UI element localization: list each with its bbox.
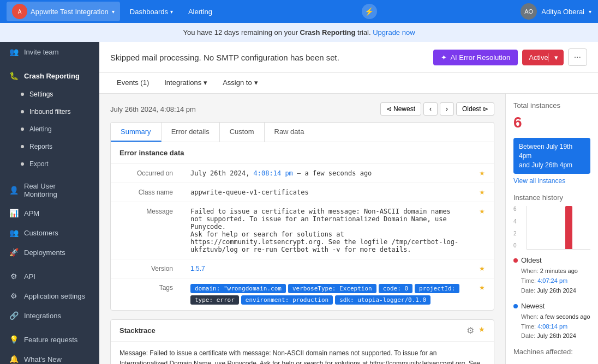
table-row: Class name appwrite-queue-v1-certificate… [111, 183, 494, 202]
instance-chart: 6 4 2 0 [513, 206, 590, 250]
instance-range-button[interactable]: Between July 19th 4pmand July 26th 4pm [513, 138, 590, 174]
tab-raw-data[interactable]: Raw data [265, 123, 314, 142]
total-count: 6 [513, 114, 590, 131]
total-instances-label: Total instances [513, 101, 590, 110]
chart-label-6: 6 [513, 206, 517, 212]
sidebar-item-rum[interactable]: 👤 Real User Monitoring [0, 177, 99, 203]
prev-button[interactable]: ‹ [423, 102, 438, 116]
class-name-star-icon[interactable]: ★ [479, 189, 485, 196]
tab-summary[interactable]: Summary [111, 123, 162, 142]
ai-sparkle-icon: ✦ [441, 53, 447, 62]
oldest-time-row: Time: 4:07:24 pm [521, 276, 590, 286]
tab-error-details[interactable]: Error details [162, 123, 220, 142]
assign-to-nav-item[interactable]: Assign to ▾ [216, 73, 264, 93]
events-nav-item[interactable]: Events (1) [110, 73, 156, 93]
tag-environment: environment: production [241, 295, 333, 305]
message-star-icon[interactable]: ★ [479, 208, 485, 215]
tab-custom[interactable]: Custom [220, 123, 265, 142]
sidebar-item-apm[interactable]: 📊 APM [0, 203, 99, 223]
ai-resolution-button[interactable]: ✦ AI Error Resolution [433, 50, 518, 65]
occurred-on-label: Occurred on [111, 164, 182, 183]
table-row: Occurred on July 26th 2024, 4:08:14 pm –… [111, 164, 494, 183]
error-instance-card: Error instance data Occurred on July 26t… [110, 142, 494, 311]
status-button[interactable]: Active ▾ [522, 50, 563, 65]
sidebar-label-whats-new: What's New [24, 355, 62, 363]
newest-instance: Newest When: a few seconds ago Time: 4:0… [513, 302, 590, 341]
chart-label-2: 2 [513, 230, 517, 236]
sidebar-item-export[interactable]: Export [0, 155, 99, 173]
tag-domain: domain: "wrongdomain.com [190, 284, 286, 293]
tag-sdk: sdk: utopia-logger/0.1.0 [335, 295, 430, 305]
integrations-icon: 🔗 [9, 311, 19, 320]
integrations-label: Integrations [164, 78, 201, 87]
prev-icon: ‹ [429, 105, 432, 113]
oldest-time: 4:07:24 pm [537, 277, 567, 284]
error-instance-title: Error instance data [111, 142, 494, 164]
tab-raw-data-label: Raw data [274, 128, 304, 136]
sidebar-item-reports[interactable]: Reports [0, 138, 99, 155]
sidebar-item-crash-reporting[interactable]: 🐛 Crash Reporting [0, 66, 99, 86]
user-avatar[interactable]: AO [521, 3, 537, 20]
event-navigation: July 26th 2024, 4:08:14 pm ⊲ ⊲ NewestNew… [110, 102, 494, 116]
sidebar-item-alerting[interactable]: Alerting [0, 120, 99, 138]
whats-new-icon: 🔔 [9, 354, 19, 364]
dashboards-nav[interactable]: Dashboards ▾ [124, 5, 178, 18]
stacktrace-settings-icon[interactable]: ⚙ [467, 325, 474, 336]
sidebar-item-customers[interactable]: 👥 Customers [0, 223, 99, 242]
sidebar-item-whats-new[interactable]: 🔔 What's New [0, 349, 99, 364]
sidebar-label-feature-requests: Feature requests [24, 336, 77, 344]
api-icon: ⚙ [9, 271, 19, 281]
sidebar-label-rum: Real User Monitoring [24, 182, 91, 198]
version-value: 1.5.7 [182, 259, 470, 278]
sidebar-item-application-settings[interactable]: ⚙ Application settings [0, 286, 99, 306]
newest-button[interactable]: ⊲ ⊲ NewestNewest [380, 102, 421, 116]
status-chevron-icon[interactable]: ▾ [548, 53, 564, 62]
sidebar-item-deployments[interactable]: 🚀 Deployments [0, 242, 99, 262]
sidebar-item-integrations[interactable]: 🔗 Integrations [0, 306, 99, 325]
app-selector[interactable]: A Appwrite Test Integration ▾ [7, 2, 120, 21]
tags-label: Tags [111, 278, 182, 311]
assign-to-chevron-icon: ▾ [254, 78, 258, 87]
occurred-on-value: July 26th 2024, 4:08:14 pm – a few secon… [182, 164, 470, 183]
oldest-dot [513, 258, 518, 263]
sidebar-label-crash-reporting: Crash Reporting [24, 72, 80, 80]
version-link[interactable]: 1.5.7 [190, 265, 205, 272]
range-label: Between July 19th 4pmand July 26th 4pm [519, 143, 572, 169]
table-row: Tags domain: "wrongdomain.com verboseTyp… [111, 278, 494, 311]
newest-date-row: Date: July 26th 2024 [521, 331, 590, 341]
tags-star-icon[interactable]: ★ [479, 284, 485, 292]
occurred-on-star-icon[interactable]: ★ [479, 169, 485, 177]
sidebar-item-inbound-filters[interactable]: Inbound filters [0, 103, 99, 120]
error-instance-table: Occurred on July 26th 2024, 4:08:14 pm –… [111, 164, 494, 310]
stacktrace-star-icon[interactable]: ★ [479, 325, 485, 336]
view-all-instances-link[interactable]: View all instances [513, 177, 590, 185]
dashboards-label: Dashboards [130, 8, 168, 16]
sidebar-label-deployments: Deployments [24, 248, 65, 257]
crash-reporting-icon: 🐛 [9, 71, 19, 81]
sidebar-item-invite-team[interactable]: 👥 Invite team [0, 42, 99, 62]
content-area: Skipped mail processing. No SMTP configu… [99, 42, 598, 364]
tag-code: code: 0 [379, 284, 412, 293]
oldest-instance: Oldest When: 2 minutes ago Time: 4:07:24… [513, 256, 590, 295]
sidebar-label-export: Export [29, 160, 49, 168]
newest-label: Newest [521, 302, 545, 310]
chart-bar [565, 206, 572, 249]
alerting-nav[interactable]: Alerting [183, 5, 218, 18]
more-options-button[interactable]: ··· [568, 48, 587, 66]
stacktrace-actions: ⚙ ★ [467, 325, 485, 336]
sidebar-item-feature-requests[interactable]: 💡 Feature requests [0, 330, 99, 349]
version-star-icon[interactable]: ★ [479, 265, 485, 272]
upgrade-link[interactable]: Upgrade now [373, 28, 415, 37]
next-button[interactable]: › [440, 102, 454, 116]
oldest-button[interactable]: Oldest ⊳ [456, 102, 494, 116]
message-value: Failed to issue a certificate with messa… [182, 202, 470, 259]
instance-history-label: Instance history [513, 193, 590, 202]
integrations-chevron-icon: ▾ [204, 78, 207, 87]
sidebar-item-api[interactable]: ⚙ API [0, 266, 99, 286]
rum-icon: 👤 [9, 185, 19, 195]
sidebar-item-settings[interactable]: Settings [0, 86, 99, 103]
stacktrace-header: Stacktrace ⚙ ★ [111, 320, 494, 342]
integrations-nav-item[interactable]: Integrations ▾ [158, 73, 214, 93]
tab-error-details-label: Error details [171, 128, 210, 136]
oldest-icon: ⊳ [483, 105, 488, 113]
